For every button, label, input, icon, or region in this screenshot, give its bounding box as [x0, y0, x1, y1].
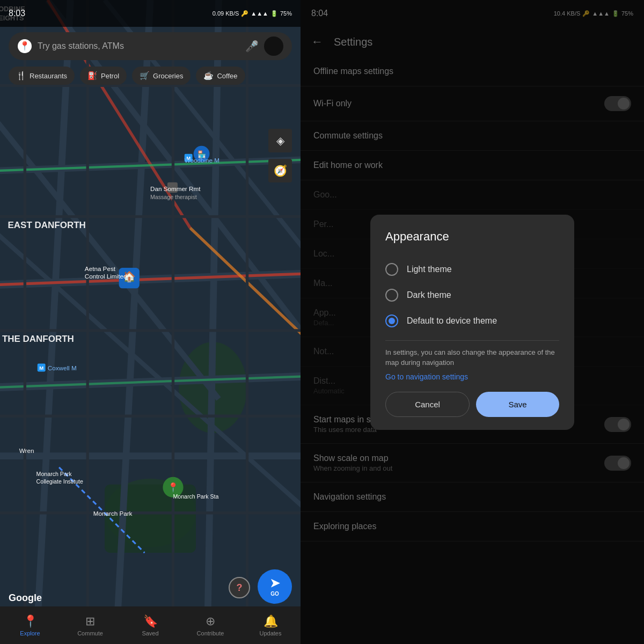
svg-text:M: M [39, 365, 43, 371]
radio-device-theme[interactable]: Default to device theme [385, 308, 559, 334]
svg-text:📍: 📍 [167, 482, 179, 493]
battery-pct: 75% [280, 10, 292, 17]
saved-icon: 🔖 [143, 614, 158, 628]
compass-button[interactable]: 🧭 [268, 159, 292, 182]
svg-text:Monarch Park: Monarch Park [93, 510, 133, 517]
go-label: GO [270, 591, 279, 597]
left-status-icons: 0.09 KB/S 🔑 ▲▲▲ 🔋 75% [213, 10, 292, 17]
right-panel: 8:04 10.4 KB/S 🔑 ▲▲▲ 🔋 75% ← Settings Of… [301, 0, 644, 644]
svg-text:Aetna Pest: Aetna Pest [85, 265, 116, 272]
svg-text:Massage therapist: Massage therapist [150, 194, 197, 200]
layers-button[interactable]: ◈ [268, 129, 292, 152]
category-groceries[interactable]: 🛒 Groceries [132, 67, 191, 85]
battery-icon: 🔋 [270, 10, 278, 17]
svg-text:Coxwell M: Coxwell M [48, 364, 77, 371]
dialog-info-text: In settings, you can also change the app… [385, 347, 559, 368]
left-status-bar: 8:03 0.09 KB/S 🔑 ▲▲▲ 🔋 75% [0, 0, 301, 27]
nav-explore[interactable]: 📍 Explore [0, 606, 60, 644]
dialog-title: Appearance [385, 230, 559, 244]
category-coffee[interactable]: ☕ Coffee [196, 67, 245, 85]
svg-text:THE DANFORTH: THE DANFORTH [2, 334, 74, 344]
contribute-icon: ⊕ [206, 614, 215, 628]
svg-text:📍: 📍 [19, 41, 30, 51]
radio-dark-theme[interactable]: Dark theme [385, 282, 559, 308]
google-watermark: Google [9, 592, 42, 604]
svg-text:Monarch Park: Monarch Park [36, 471, 72, 477]
map-svg: M M 🏪 🏠 📍 EAST DANFORTH THE DANFORTH [0, 0, 301, 644]
map-background: M M 🏪 🏠 📍 EAST DANFORTH THE DANFORTH [0, 0, 301, 644]
unknown-location-pin[interactable]: ? [229, 577, 250, 598]
cancel-button[interactable]: Cancel [385, 392, 470, 417]
svg-text:Woodbine M: Woodbine M [185, 157, 219, 164]
coffee-icon: ☕ [203, 71, 214, 80]
search-placeholder: Try gas stations, ATMs [38, 41, 240, 51]
explore-icon: 📍 [23, 614, 38, 628]
radio-light-theme[interactable]: Light theme [385, 257, 559, 282]
layers-icon: ◈ [276, 134, 284, 147]
svg-text:Dan Sommer Rmt: Dan Sommer Rmt [150, 185, 201, 192]
google-maps-logo: 📍 [17, 39, 32, 54]
dialog-buttons: Cancel Save [385, 392, 559, 417]
category-restaurants[interactable]: 🍴 Restaurants [9, 67, 75, 85]
search-bar[interactable]: 📍 Try gas stations, ATMs 🎤 [9, 32, 292, 60]
svg-text:Control Limited: Control Limited [85, 273, 127, 280]
navigation-settings-link[interactable]: Go to navigation settings [385, 372, 559, 381]
nav-commute[interactable]: ⊞ Commute [60, 606, 120, 644]
commute-icon: ⊞ [85, 614, 95, 628]
appearance-dialog: Appearance Light theme Dark theme Defaul… [370, 215, 574, 430]
left-time: 8:03 [9, 9, 25, 18]
signal-icon: ▲▲▲ [251, 10, 268, 17]
restaurants-icon: 🍴 [16, 71, 26, 80]
bottom-navigation: 📍 Explore ⊞ Commute 🔖 Saved ⊕ Contribute… [0, 606, 301, 644]
key-icon: 🔑 [241, 10, 248, 17]
radio-circle-light [385, 263, 398, 276]
navigation-arrow-icon: ➤ [270, 576, 280, 590]
nav-contribute[interactable]: ⊕ Contribute [180, 606, 240, 644]
updates-icon: 🔔 [264, 614, 278, 628]
svg-text:Collegiate Institute: Collegiate Institute [36, 478, 83, 485]
nav-saved[interactable]: 🔖 Saved [120, 606, 180, 644]
speed-indicator: 0.09 KB/S [213, 10, 239, 17]
go-button[interactable]: ➤ GO [258, 569, 292, 604]
microphone-icon[interactable]: 🎤 [245, 40, 259, 53]
nav-updates[interactable]: 🔔 Updates [240, 606, 301, 644]
svg-text:EAST DANFORTH: EAST DANFORTH [8, 220, 86, 230]
dialog-overlay: Appearance Light theme Dark theme Defaul… [301, 0, 644, 644]
radio-circle-device [385, 314, 398, 327]
svg-text:Monarch Park Sta: Monarch Park Sta [173, 493, 218, 500]
svg-text:Wren: Wren [19, 447, 34, 454]
petrol-icon: ⛽ [87, 71, 98, 80]
compass-icon: 🧭 [274, 164, 287, 177]
category-petrol[interactable]: ⛽ Petrol [80, 67, 127, 85]
dialog-divider [385, 340, 559, 341]
radio-circle-dark [385, 289, 398, 302]
user-avatar[interactable] [264, 36, 283, 56]
question-icon: ? [237, 582, 243, 594]
left-panel: 8:03 0.09 KB/S 🔑 ▲▲▲ 🔋 75% [0, 0, 301, 644]
groceries-icon: 🛒 [140, 71, 150, 80]
category-row: 🍴 Restaurants ⛽ Petrol 🛒 Groceries ☕ Cof… [0, 67, 301, 85]
save-button[interactable]: Save [476, 392, 559, 417]
